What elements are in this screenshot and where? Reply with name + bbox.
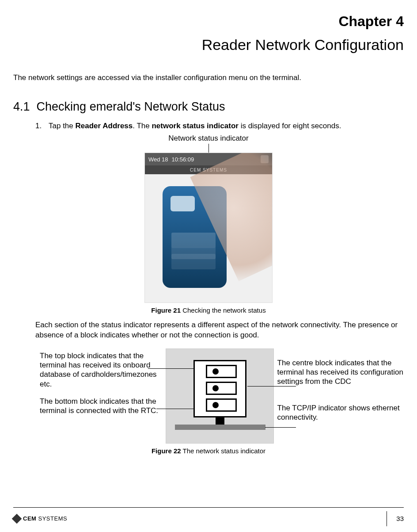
paragraph-status-indicator: Each section of the status indicator rep…	[13, 320, 404, 341]
section-heading: 4.1 Checking emerald's Network Status	[13, 100, 404, 114]
block-top	[206, 365, 237, 378]
chapter-label: Chapter 4	[13, 13, 404, 30]
label-top-block: The top block indicates that the termina…	[40, 351, 162, 389]
footer-divider	[387, 511, 387, 526]
tcpip-line	[175, 425, 265, 430]
diamond-icon	[12, 513, 22, 524]
network-status-indicator-label: Network status indicator	[13, 134, 404, 143]
device-brand-bar: CEM SYSTEMS	[145, 165, 272, 174]
lead-line	[148, 368, 193, 369]
section-title: Checking emerald's Network Status	[37, 100, 225, 113]
dot-icon	[212, 368, 219, 375]
dot-icon	[212, 402, 219, 408]
label-tcpip: The TCP/IP indicator shows ethernet conn…	[277, 403, 404, 422]
figure-22-row: The top block indicates that the termina…	[13, 348, 404, 444]
lead-line	[156, 409, 193, 409]
figure-22-caption: Figure 22 The network status indicator	[13, 447, 404, 455]
block-centre	[206, 382, 237, 395]
step-1: 1. Tap the Reader Address. The network s…	[13, 122, 404, 130]
intro-paragraph: The network settings are accessed via th…	[13, 73, 404, 82]
lead-line	[265, 427, 296, 428]
device-screenshot: Wed 18 10:56:09 CEM SYSTEMS	[144, 153, 273, 303]
block-bottom	[206, 398, 237, 412]
chapter-title: Reader Network Configuration	[13, 36, 404, 54]
label-centre-block: The centre block indicates that the term…	[277, 358, 404, 387]
status-indicator-diagram	[166, 348, 274, 444]
step-number: 1.	[35, 122, 49, 130]
device-status-bar: Wed 18 10:56:09	[145, 153, 272, 165]
page-number: 33	[393, 515, 404, 522]
step-text: Tap the Reader Address. The network stat…	[49, 122, 404, 130]
section-number: 4.1	[13, 100, 30, 113]
dot-icon	[212, 385, 219, 391]
pointer-line	[208, 144, 209, 153]
indicator-box	[193, 360, 246, 417]
page-footer: CEM SYSTEMS 33	[13, 507, 404, 527]
card-graphic	[163, 186, 227, 288]
footer-logo: CEM SYSTEMS	[13, 515, 67, 522]
status-date: Wed 18	[148, 156, 168, 163]
status-time: 10:56:09	[172, 156, 194, 163]
label-bottom-block: The bottom block indicates that the term…	[40, 397, 162, 416]
figure-21-caption: Figure 21 Checking the network status	[13, 306, 404, 314]
network-status-icon	[261, 155, 269, 163]
